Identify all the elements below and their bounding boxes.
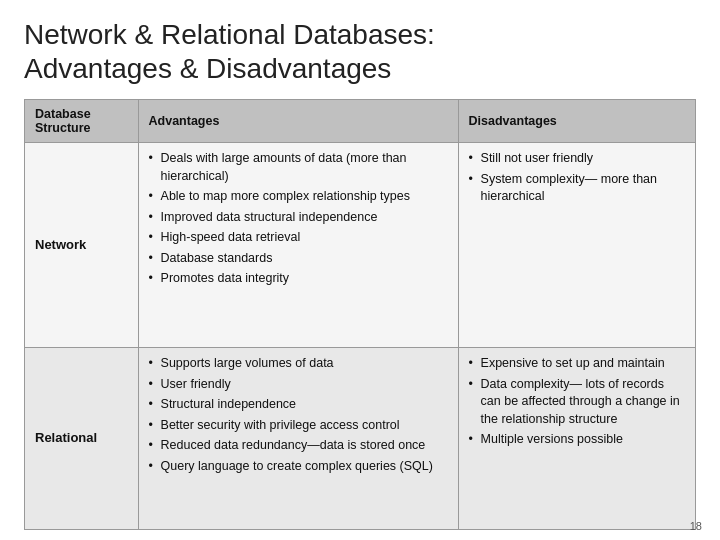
list-item: Database standards	[149, 250, 448, 268]
comparison-table: Database Structure Advantages Disadvanta…	[24, 99, 696, 530]
row-structure-label: Network	[25, 143, 139, 348]
list-item: Promotes data integrity	[149, 270, 448, 288]
list-item: System complexity— more than hierarchica…	[469, 171, 685, 206]
row-advantages: Deals with large amounts of data (more t…	[138, 143, 458, 348]
list-item: Multiple versions possible	[469, 431, 685, 449]
table-row: NetworkDeals with large amounts of data …	[25, 143, 696, 348]
page-container: Network & Relational Databases:Advantage…	[0, 0, 720, 540]
row-structure-label: Relational	[25, 348, 139, 530]
list-item: Structural independence	[149, 396, 448, 414]
page-title: Network & Relational Databases:Advantage…	[24, 18, 696, 85]
table-row: RelationalSupports large volumes of data…	[25, 348, 696, 530]
col-header-disadvantages: Disadvantages	[458, 100, 695, 143]
row-disadvantages: Expensive to set up and maintainData com…	[458, 348, 695, 530]
row-advantages: Supports large volumes of dataUser frien…	[138, 348, 458, 530]
list-item: Query language to create complex queries…	[149, 458, 448, 476]
list-item: Reduced data redundancy—data is stored o…	[149, 437, 448, 455]
list-item: Able to map more complex relationship ty…	[149, 188, 448, 206]
list-item: High-speed data retrieval	[149, 229, 448, 247]
list-item: Supports large volumes of data	[149, 355, 448, 373]
col-header-advantages: Advantages	[138, 100, 458, 143]
list-item: Still not user friendly	[469, 150, 685, 168]
row-disadvantages: Still not user friendlySystem complexity…	[458, 143, 695, 348]
list-item: Data complexity— lots of records can be …	[469, 376, 685, 429]
list-item: Improved data structural independence	[149, 209, 448, 227]
list-item: User friendly	[149, 376, 448, 394]
col-header-structure: Database Structure	[25, 100, 139, 143]
list-item: Better security with privilege access co…	[149, 417, 448, 435]
list-item: Expensive to set up and maintain	[469, 355, 685, 373]
list-item: Deals with large amounts of data (more t…	[149, 150, 448, 185]
page-number: 18	[690, 520, 702, 532]
